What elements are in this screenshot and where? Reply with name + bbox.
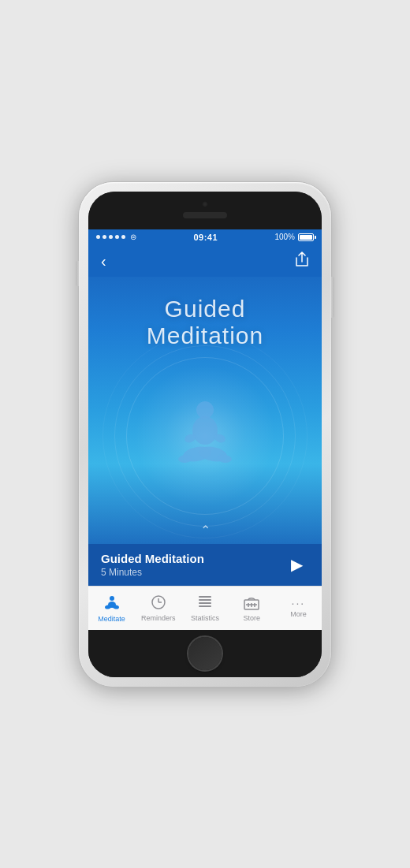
home-button[interactable] xyxy=(188,637,222,670)
tab-store[interactable]: Store xyxy=(229,587,275,630)
more-label: More xyxy=(290,610,307,618)
main-content: Guided Meditation xyxy=(88,277,322,544)
chevron-up-icon[interactable]: ⌃ xyxy=(200,523,211,538)
statistics-label: Statistics xyxy=(191,614,219,622)
svg-rect-17 xyxy=(199,605,211,607)
svg-point-0 xyxy=(196,401,214,419)
figure-area xyxy=(88,350,322,523)
signal-dot-5 xyxy=(121,235,125,239)
more-icon: ··· xyxy=(292,598,306,609)
reminders-label: Reminders xyxy=(141,614,176,622)
svg-point-8 xyxy=(110,596,114,601)
tab-meditate[interactable]: Meditate xyxy=(88,587,135,630)
share-button[interactable] xyxy=(295,251,309,270)
app-title: Guided Meditation xyxy=(147,296,263,350)
phone-device: ⊜ 09:41 100% ‹ xyxy=(79,182,331,687)
statistics-icon xyxy=(197,594,213,613)
svg-point-1 xyxy=(192,416,218,445)
status-right: 100% xyxy=(274,233,314,241)
svg-rect-16 xyxy=(199,602,211,604)
nav-bar: ‹ xyxy=(88,245,322,277)
top-bezel xyxy=(88,192,322,229)
app-title-line1: Guided xyxy=(165,296,246,322)
play-button[interactable]: ▶ xyxy=(284,552,309,577)
svg-rect-15 xyxy=(199,599,211,601)
store-label: Store xyxy=(243,614,260,622)
signal-dot-2 xyxy=(102,235,106,239)
status-left: ⊜ xyxy=(96,233,136,241)
info-title: Guided Meditation xyxy=(101,552,204,565)
meditate-label: Meditate xyxy=(98,615,125,623)
tab-bar: Meditate Reminders xyxy=(88,586,322,630)
tab-reminders[interactable]: Reminders xyxy=(135,587,181,630)
info-panel: Guided Meditation 5 Minutes ▶ xyxy=(88,544,322,586)
svg-rect-18 xyxy=(199,596,211,598)
info-subtitle: 5 Minutes xyxy=(101,567,204,578)
status-time: 09:41 xyxy=(193,233,218,242)
camera xyxy=(202,201,208,207)
tab-statistics[interactable]: Statistics xyxy=(181,587,228,630)
meditate-icon xyxy=(103,594,121,613)
reminders-icon xyxy=(151,594,166,613)
wifi-icon: ⊜ xyxy=(130,233,136,241)
tab-more[interactable]: ··· More xyxy=(275,587,322,630)
speaker xyxy=(183,212,227,218)
status-bar: ⊜ 09:41 100% xyxy=(88,229,322,245)
battery-fill xyxy=(300,235,312,240)
signal-dot-4 xyxy=(115,235,119,239)
meditation-figure xyxy=(162,393,248,479)
info-text: Guided Meditation 5 Minutes xyxy=(101,552,204,578)
back-button[interactable]: ‹ xyxy=(101,253,106,269)
battery-percentage: 100% xyxy=(274,233,295,241)
signal-dot-1 xyxy=(96,235,100,239)
phone-screen-area: ⊜ 09:41 100% ‹ xyxy=(88,192,322,677)
battery-icon xyxy=(298,233,314,241)
signal-dot-3 xyxy=(109,235,113,239)
app-title-line2: Meditation xyxy=(147,322,263,348)
screen: ⊜ 09:41 100% ‹ xyxy=(88,229,322,630)
bottom-bezel xyxy=(88,630,322,677)
store-icon xyxy=(243,594,260,613)
